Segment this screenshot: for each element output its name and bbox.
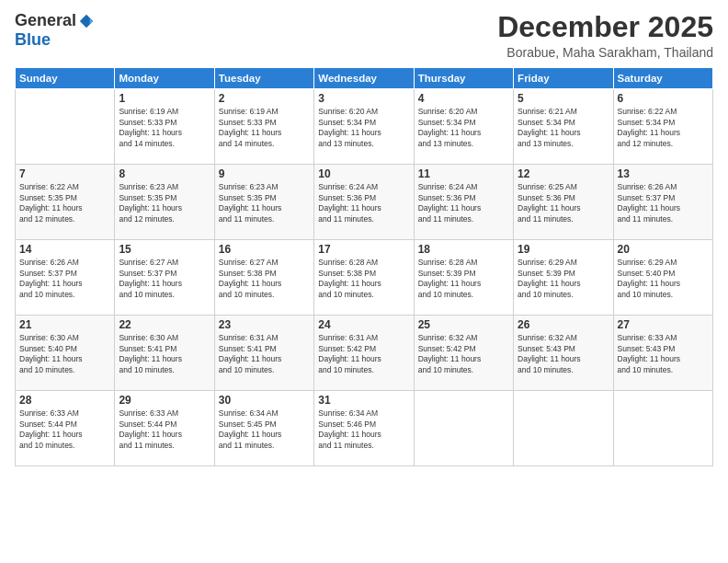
cell-sun-info: Sunrise: 6:28 AM Sunset: 5:39 PM Dayligh… [418,258,509,300]
day-number: 13 [618,167,709,180]
calendar-cell: 3Sunrise: 6:20 AM Sunset: 5:34 PM Daylig… [314,89,414,165]
cell-sun-info: Sunrise: 6:23 AM Sunset: 5:35 PM Dayligh… [119,182,210,224]
day-number: 19 [518,243,609,256]
header-row: Sunday Monday Tuesday Wednesday Thursday… [16,68,713,89]
cell-sun-info: Sunrise: 6:20 AM Sunset: 5:34 PM Dayligh… [418,107,509,149]
logo: General Blue [15,11,95,50]
calendar-cell: 12Sunrise: 6:25 AM Sunset: 5:36 PM Dayli… [514,165,613,240]
cell-sun-info: Sunrise: 6:32 AM Sunset: 5:43 PM Dayligh… [518,333,609,375]
cell-sun-info: Sunrise: 6:29 AM Sunset: 5:39 PM Dayligh… [518,258,609,300]
header: General Blue December 2025 Borabue, Maha… [15,11,713,60]
day-number: 7 [19,167,110,180]
calendar-cell: 6Sunrise: 6:22 AM Sunset: 5:34 PM Daylig… [613,89,712,165]
calendar-cell: 16Sunrise: 6:27 AM Sunset: 5:38 PM Dayli… [214,240,313,316]
calendar-body: 1Sunrise: 6:19 AM Sunset: 5:33 PM Daylig… [16,89,713,466]
cell-sun-info: Sunrise: 6:24 AM Sunset: 5:36 PM Dayligh… [418,182,509,224]
cell-sun-info: Sunrise: 6:19 AM Sunset: 5:33 PM Dayligh… [119,107,210,149]
cell-sun-info: Sunrise: 6:27 AM Sunset: 5:38 PM Dayligh… [219,258,310,300]
logo-icon [78,13,95,29]
calendar-cell: 10Sunrise: 6:24 AM Sunset: 5:36 PM Dayli… [314,165,414,240]
calendar-week-3: 14Sunrise: 6:26 AM Sunset: 5:37 PM Dayli… [16,240,713,316]
main-container: General Blue December 2025 Borabue, Maha… [0,0,728,563]
header-sunday: Sunday [16,68,115,89]
location-subtitle: Borabue, Maha Sarakham, Thailand [497,45,713,60]
day-number: 8 [119,167,210,180]
header-wednesday: Wednesday [314,68,414,89]
calendar-cell: 18Sunrise: 6:28 AM Sunset: 5:39 PM Dayli… [414,240,513,316]
day-number: 5 [518,92,609,105]
cell-sun-info: Sunrise: 6:33 AM Sunset: 5:44 PM Dayligh… [119,408,210,451]
day-number: 29 [119,394,210,407]
day-number: 23 [219,318,310,331]
day-number: 9 [219,167,310,180]
calendar-cell: 7Sunrise: 6:22 AM Sunset: 5:35 PM Daylig… [16,165,115,240]
calendar-cell: 30Sunrise: 6:34 AM Sunset: 5:45 PM Dayli… [214,391,313,466]
day-number: 14 [19,243,110,256]
cell-sun-info: Sunrise: 6:30 AM Sunset: 5:40 PM Dayligh… [19,333,110,375]
cell-sun-info: Sunrise: 6:24 AM Sunset: 5:36 PM Dayligh… [318,182,409,224]
cell-sun-info: Sunrise: 6:22 AM Sunset: 5:35 PM Dayligh… [19,182,110,224]
calendar-cell: 31Sunrise: 6:34 AM Sunset: 5:46 PM Dayli… [314,391,414,466]
calendar-week-4: 21Sunrise: 6:30 AM Sunset: 5:40 PM Dayli… [16,316,713,391]
day-number: 27 [618,318,709,331]
logo-general-text: General [15,11,76,30]
calendar-cell: 22Sunrise: 6:30 AM Sunset: 5:41 PM Dayli… [115,316,214,391]
day-number: 11 [418,167,509,180]
calendar-cell: 11Sunrise: 6:24 AM Sunset: 5:36 PM Dayli… [414,165,513,240]
calendar-cell: 25Sunrise: 6:32 AM Sunset: 5:42 PM Dayli… [414,316,513,391]
day-number: 12 [518,167,609,180]
calendar-cell: 19Sunrise: 6:29 AM Sunset: 5:39 PM Dayli… [514,240,613,316]
cell-sun-info: Sunrise: 6:32 AM Sunset: 5:42 PM Dayligh… [418,333,509,375]
day-number: 15 [119,243,210,256]
day-number: 28 [19,394,110,407]
day-number: 1 [119,92,210,105]
day-number: 4 [418,92,509,105]
title-section: December 2025 Borabue, Maha Sarakham, Th… [497,11,713,60]
cell-sun-info: Sunrise: 6:19 AM Sunset: 5:33 PM Dayligh… [219,107,310,149]
cell-sun-info: Sunrise: 6:26 AM Sunset: 5:37 PM Dayligh… [618,182,709,224]
calendar-cell: 9Sunrise: 6:23 AM Sunset: 5:35 PM Daylig… [214,165,313,240]
calendar-cell: 15Sunrise: 6:27 AM Sunset: 5:37 PM Dayli… [115,240,214,316]
cell-sun-info: Sunrise: 6:33 AM Sunset: 5:43 PM Dayligh… [618,333,709,375]
day-number: 20 [618,243,709,256]
cell-sun-info: Sunrise: 6:25 AM Sunset: 5:36 PM Dayligh… [518,182,609,224]
calendar-cell: 1Sunrise: 6:19 AM Sunset: 5:33 PM Daylig… [115,89,214,165]
calendar-week-2: 7Sunrise: 6:22 AM Sunset: 5:35 PM Daylig… [16,165,713,240]
cell-sun-info: Sunrise: 6:28 AM Sunset: 5:38 PM Dayligh… [318,258,409,300]
day-number: 3 [318,92,409,105]
calendar-cell [514,391,613,466]
calendar-cell [613,391,712,466]
cell-sun-info: Sunrise: 6:22 AM Sunset: 5:34 PM Dayligh… [618,107,709,149]
calendar-cell: 28Sunrise: 6:33 AM Sunset: 5:44 PM Dayli… [16,391,115,466]
day-number: 18 [418,243,509,256]
calendar-cell: 13Sunrise: 6:26 AM Sunset: 5:37 PM Dayli… [613,165,712,240]
calendar-cell [16,89,115,165]
calendar-cell: 5Sunrise: 6:21 AM Sunset: 5:34 PM Daylig… [514,89,613,165]
calendar-header: Sunday Monday Tuesday Wednesday Thursday… [16,68,713,89]
calendar-cell: 24Sunrise: 6:31 AM Sunset: 5:42 PM Dayli… [314,316,414,391]
calendar-cell: 4Sunrise: 6:20 AM Sunset: 5:34 PM Daylig… [414,89,513,165]
cell-sun-info: Sunrise: 6:34 AM Sunset: 5:46 PM Dayligh… [318,408,409,451]
cell-sun-info: Sunrise: 6:29 AM Sunset: 5:40 PM Dayligh… [618,258,709,300]
cell-sun-info: Sunrise: 6:30 AM Sunset: 5:41 PM Dayligh… [119,333,210,375]
calendar-week-1: 1Sunrise: 6:19 AM Sunset: 5:33 PM Daylig… [16,89,713,165]
header-thursday: Thursday [414,68,513,89]
calendar-cell: 26Sunrise: 6:32 AM Sunset: 5:43 PM Dayli… [514,316,613,391]
cell-sun-info: Sunrise: 6:26 AM Sunset: 5:37 PM Dayligh… [19,258,110,300]
calendar-cell: 27Sunrise: 6:33 AM Sunset: 5:43 PM Dayli… [613,316,712,391]
day-number: 21 [19,318,110,331]
calendar-week-5: 28Sunrise: 6:33 AM Sunset: 5:44 PM Dayli… [16,391,713,466]
calendar-table: Sunday Monday Tuesday Wednesday Thursday… [15,67,713,466]
svg-marker-1 [90,17,94,24]
day-number: 2 [219,92,310,105]
cell-sun-info: Sunrise: 6:31 AM Sunset: 5:41 PM Dayligh… [219,333,310,375]
cell-sun-info: Sunrise: 6:23 AM Sunset: 5:35 PM Dayligh… [219,182,310,224]
day-number: 26 [518,318,609,331]
calendar-cell: 21Sunrise: 6:30 AM Sunset: 5:40 PM Dayli… [16,316,115,391]
day-number: 17 [318,243,409,256]
day-number: 10 [318,167,409,180]
header-friday: Friday [514,68,613,89]
header-tuesday: Tuesday [214,68,313,89]
day-number: 22 [119,318,210,331]
cell-sun-info: Sunrise: 6:21 AM Sunset: 5:34 PM Dayligh… [518,107,609,149]
